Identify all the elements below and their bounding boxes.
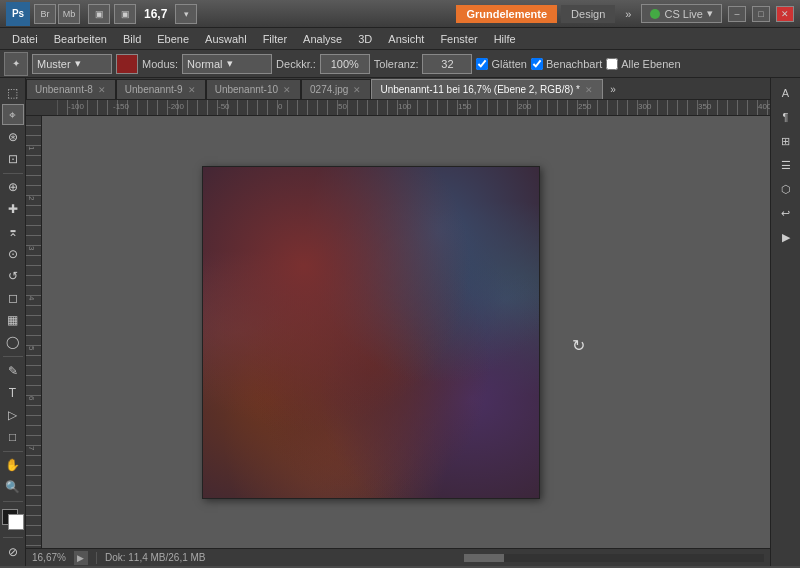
tool-pen[interactable]: ✎ bbox=[2, 360, 24, 381]
ruler-left: 1 2 3 4 5 6 7 bbox=[26, 116, 42, 548]
tool-marquee[interactable]: ⬚ bbox=[2, 82, 24, 103]
menu-ebene[interactable]: Ebene bbox=[149, 31, 197, 47]
tool-quick-select[interactable]: ⊛ bbox=[2, 126, 24, 147]
menu-bild[interactable]: Bild bbox=[115, 31, 149, 47]
tool-brush[interactable]: ⌆ bbox=[2, 221, 24, 242]
cs-live-status bbox=[650, 9, 660, 19]
document-tabs: Unbenannt-8 ✕ Unbenannt-9 ✕ Unbenannt-10… bbox=[26, 78, 770, 100]
tab-unbenannt8[interactable]: Unbenannt-8 ✕ bbox=[26, 79, 116, 99]
panel-paragraph[interactable]: ¶ bbox=[775, 106, 797, 128]
modus-dropdown[interactable]: Normal ▾ bbox=[182, 54, 272, 74]
preset-dropdown[interactable]: Muster ▾ bbox=[32, 54, 112, 74]
toleranz-input[interactable]: 32 bbox=[422, 54, 472, 74]
tab-unbenannt11[interactable]: Unbenannt-11 bei 16,7% (Ebene 2, RGB/8) … bbox=[371, 79, 603, 99]
tab-close-0274[interactable]: ✕ bbox=[352, 85, 362, 95]
canvas-with-ruler: 1 2 3 4 5 6 7 ↻ bbox=[26, 116, 770, 548]
panel-paths[interactable]: ⬡ bbox=[775, 178, 797, 200]
tool-path-select[interactable]: ▷ bbox=[2, 404, 24, 425]
panel-channels[interactable]: ☰ bbox=[775, 154, 797, 176]
panel-text-tool[interactable]: A bbox=[775, 82, 797, 104]
panel-actions[interactable]: ▶ bbox=[775, 226, 797, 248]
workspace-design[interactable]: Design bbox=[561, 5, 615, 23]
preset-label: Muster bbox=[37, 58, 71, 70]
bridge-mini-buttons: Br Mb bbox=[34, 4, 80, 24]
tool-zoom[interactable]: 🔍 bbox=[2, 477, 24, 498]
tool-quick-mask[interactable]: ⊘ bbox=[2, 541, 24, 562]
tool-options-icon[interactable]: ✦ bbox=[4, 52, 28, 76]
tab-0274[interactable]: 0274.jpg ✕ bbox=[301, 79, 371, 99]
tab-close-9[interactable]: ✕ bbox=[187, 85, 197, 95]
menu-analyse[interactable]: Analyse bbox=[295, 31, 350, 47]
canvas-image[interactable] bbox=[202, 166, 540, 499]
menubar: Datei Bearbeiten Bild Ebene Auswahl Filt… bbox=[0, 28, 800, 50]
alle-ebenen-checkbox[interactable] bbox=[606, 58, 618, 70]
tool-sep-5 bbox=[3, 537, 23, 538]
scroll-track[interactable] bbox=[464, 554, 764, 562]
tool-sep-2 bbox=[3, 356, 23, 357]
workspace-grundelemente[interactable]: Grundelemente bbox=[456, 5, 557, 23]
status-doc-info: Dok: 11,4 MB/26,1 MB bbox=[105, 552, 206, 563]
tool-hand[interactable]: ✋ bbox=[2, 455, 24, 476]
tool-dodge[interactable]: ◯ bbox=[2, 332, 24, 353]
panel-history[interactable]: ↩ bbox=[775, 202, 797, 224]
tool-gradient[interactable]: ▦ bbox=[2, 310, 24, 331]
tab-close-11[interactable]: ✕ bbox=[584, 85, 594, 95]
benachbart-checkbox[interactable] bbox=[531, 58, 543, 70]
ruler-top-content: -100 -150 -200 -50 0 50 100 150 200 250 … bbox=[58, 100, 770, 115]
arrange-button[interactable]: ▣ bbox=[88, 4, 110, 24]
ruler-top-marks: -100 -150 -200 -50 0 50 100 150 200 250 … bbox=[58, 100, 770, 115]
status-bar: 16,67% ▶ Dok: 11,4 MB/26,1 MB bbox=[26, 548, 770, 566]
menu-ansicht[interactable]: Ansicht bbox=[380, 31, 432, 47]
tab-close-10[interactable]: ✕ bbox=[282, 85, 292, 95]
minibrige-button[interactable]: Mb bbox=[58, 4, 80, 24]
bridge-button[interactable]: Br bbox=[34, 4, 56, 24]
main-area: ⬚ ⌖ ⊛ ⊡ ⊕ ✚ ⌆ ⊙ ↺ ◻ ▦ ◯ ✎ T ▷ □ ✋ 🔍 ⊘ bbox=[0, 78, 800, 566]
menu-auswahl[interactable]: Auswahl bbox=[197, 31, 255, 47]
tool-eyedrop[interactable]: ⊕ bbox=[2, 177, 24, 198]
modus-value: Normal bbox=[187, 58, 222, 70]
background-color[interactable] bbox=[8, 514, 24, 530]
tool-sep-1 bbox=[3, 173, 23, 174]
deckk-input[interactable]: 100% bbox=[320, 54, 370, 74]
tabs-more-button[interactable]: » bbox=[603, 79, 623, 99]
zoom-dropdown[interactable]: ▾ bbox=[175, 4, 197, 24]
deckk-label: Deckkr.: bbox=[276, 58, 316, 70]
cs-live-button[interactable]: CS Live ▾ bbox=[641, 4, 722, 23]
tool-lasso[interactable]: ⌖ bbox=[2, 104, 24, 125]
screen-mode-button[interactable]: ▣ bbox=[114, 4, 136, 24]
tool-sep-4 bbox=[3, 501, 23, 502]
menu-filter[interactable]: Filter bbox=[255, 31, 295, 47]
tab-unbenannt10[interactable]: Unbenannt-10 ✕ bbox=[206, 79, 301, 99]
glaetten-checkbox[interactable] bbox=[476, 58, 488, 70]
canvas-scroll[interactable]: ↻ bbox=[42, 116, 770, 548]
status-arrow-left[interactable]: ▶ bbox=[74, 551, 88, 565]
tool-text[interactable]: T bbox=[2, 382, 24, 403]
menu-hilfe[interactable]: Hilfe bbox=[486, 31, 524, 47]
tab-unbenannt9[interactable]: Unbenannt-9 ✕ bbox=[116, 79, 206, 99]
ps-logo: Ps bbox=[6, 2, 30, 26]
menu-datei[interactable]: Datei bbox=[4, 31, 46, 47]
menu-3d[interactable]: 3D bbox=[350, 31, 380, 47]
cursor-icon: ↻ bbox=[572, 336, 592, 356]
color-swatch[interactable] bbox=[116, 54, 138, 74]
close-button[interactable]: ✕ bbox=[776, 6, 794, 22]
glaetten-group: Glätten bbox=[476, 58, 526, 70]
tool-eraser[interactable]: ◻ bbox=[2, 288, 24, 309]
toleranz-label: Toleranz: bbox=[374, 58, 419, 70]
status-zoom: 16,67% bbox=[32, 552, 66, 563]
tool-history[interactable]: ↺ bbox=[2, 265, 24, 286]
ruler-corner bbox=[42, 100, 58, 116]
panel-layers[interactable]: ⊞ bbox=[775, 130, 797, 152]
tool-heal[interactable]: ✚ bbox=[2, 199, 24, 220]
minimize-button[interactable]: – bbox=[728, 6, 746, 22]
tab-close-8[interactable]: ✕ bbox=[97, 85, 107, 95]
tool-stamp[interactable]: ⊙ bbox=[2, 243, 24, 264]
tool-crop[interactable]: ⊡ bbox=[2, 149, 24, 170]
menu-bearbeiten[interactable]: Bearbeiten bbox=[46, 31, 115, 47]
scroll-thumb[interactable] bbox=[464, 554, 504, 562]
workspace-more[interactable]: » bbox=[619, 5, 637, 23]
menu-fenster[interactable]: Fenster bbox=[432, 31, 485, 47]
glaetten-label: Glätten bbox=[491, 58, 526, 70]
tool-shape[interactable]: □ bbox=[2, 426, 24, 447]
maximize-button[interactable]: □ bbox=[752, 6, 770, 22]
